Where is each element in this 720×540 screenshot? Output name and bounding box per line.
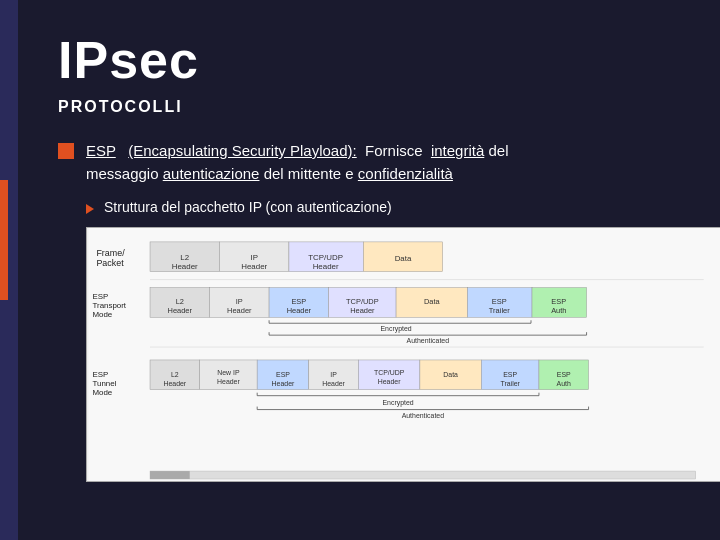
svg-text:Header: Header [378, 378, 401, 385]
svg-text:ESP: ESP [276, 371, 290, 378]
sub-bullet: Struttura del pacchetto IP (con autentic… [86, 199, 690, 215]
svg-text:TCP/UDP: TCP/UDP [346, 297, 379, 306]
svg-text:ESP: ESP [92, 292, 108, 301]
diagram-svg: Frame/ Packet L2 Header IP Header TCP/UD… [87, 228, 720, 481]
svg-text:Header: Header [287, 306, 312, 315]
svg-text:Data: Data [424, 297, 441, 306]
page-title: IPsec [58, 30, 690, 90]
esp-full: (Encapsulating Security Playload): [128, 142, 356, 159]
svg-text:ESP: ESP [492, 297, 507, 306]
svg-text:Header: Header [227, 306, 252, 315]
svg-text:ESP: ESP [503, 371, 517, 378]
svg-text:TCP/UDP: TCP/UDP [308, 253, 343, 262]
svg-text:Frame/: Frame/ [96, 248, 125, 258]
svg-text:Encrypted: Encrypted [382, 399, 413, 407]
svg-text:IP: IP [250, 253, 258, 262]
svg-text:Header: Header [313, 262, 339, 271]
svg-text:Auth: Auth [557, 380, 571, 387]
svg-text:Header: Header [350, 306, 375, 315]
svg-text:IP: IP [236, 297, 243, 306]
svg-text:Transport: Transport [92, 301, 126, 310]
svg-text:L2: L2 [171, 371, 179, 378]
svg-text:Mode: Mode [92, 388, 112, 397]
svg-text:Trailer: Trailer [489, 306, 510, 315]
svg-text:Header: Header [217, 378, 240, 385]
svg-text:Tunnel: Tunnel [92, 379, 116, 388]
svg-text:Header: Header [241, 262, 267, 271]
svg-text:ESP: ESP [92, 370, 108, 379]
svg-text:Authenticated: Authenticated [407, 337, 450, 344]
svg-text:Header: Header [172, 262, 198, 271]
svg-rect-82 [150, 471, 190, 479]
subtitle: PROTOCOLLI [58, 98, 690, 116]
integ-label: integrità [431, 142, 484, 159]
svg-text:ESP: ESP [551, 297, 566, 306]
svg-text:Header: Header [163, 380, 186, 387]
main-content: IPsec PROTOCOLLI ESP (Encapsulating Secu… [28, 0, 720, 540]
auth-label: autenticazione [163, 165, 260, 182]
svg-text:Data: Data [395, 254, 412, 263]
svg-text:Mode: Mode [92, 310, 112, 319]
svg-text:Authenticated: Authenticated [402, 412, 445, 419]
svg-text:Trailer: Trailer [500, 380, 520, 387]
svg-text:Header: Header [272, 380, 295, 387]
svg-text:Encrypted: Encrypted [380, 325, 411, 333]
left-accent-bar [0, 180, 8, 300]
svg-text:ESP: ESP [291, 297, 306, 306]
svg-text:Packet: Packet [96, 258, 124, 268]
diagram-container: Frame/ Packet L2 Header IP Header TCP/UD… [86, 227, 720, 482]
svg-text:ESP: ESP [557, 371, 571, 378]
sub-bullet-text: Struttura del pacchetto IP (con autentic… [104, 199, 392, 215]
svg-text:Header: Header [322, 380, 345, 387]
svg-text:IP: IP [330, 371, 337, 378]
svg-text:New IP: New IP [217, 369, 240, 376]
svg-text:Auth: Auth [551, 306, 566, 315]
main-bullet: ESP (Encapsulating Security Playload): F… [58, 140, 690, 185]
bullet-text: ESP (Encapsulating Security Playload): F… [86, 140, 508, 185]
conf-label: confidenzialità [358, 165, 453, 182]
svg-text:L2: L2 [180, 253, 189, 262]
svg-text:Data: Data [443, 371, 458, 378]
sub-bullet-arrow [86, 204, 94, 214]
svg-text:L2: L2 [176, 297, 184, 306]
esp-label: ESP [86, 142, 116, 159]
svg-rect-81 [150, 471, 696, 479]
bullet-icon [58, 143, 74, 159]
svg-text:TCP/UDP: TCP/UDP [374, 369, 405, 376]
svg-text:Header: Header [168, 306, 193, 315]
